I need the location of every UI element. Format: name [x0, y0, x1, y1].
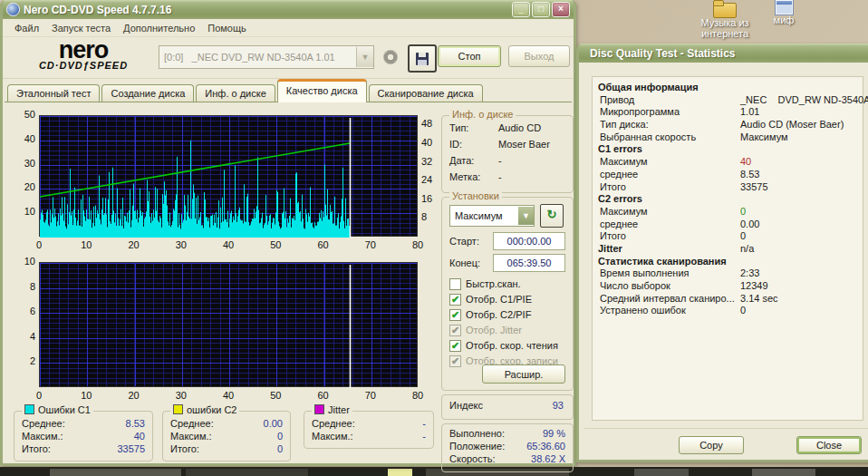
checkbox-4[interactable]: ✔Отобр. скор. чтения	[449, 338, 573, 353]
menu-bar: ФайлЗапуск тестаДополнительноПомощь	[3, 19, 574, 37]
index-value: 93	[553, 400, 564, 411]
progress-value: 99 %	[543, 428, 565, 439]
drive-select-value: [0:0] _NEC DVD_RW ND-3540A 1.01	[159, 52, 356, 63]
stats-row-6: Максимум40	[593, 156, 863, 169]
menu-item-0[interactable]: Файл	[8, 21, 45, 35]
stats-row-16: Число выборок12349	[593, 280, 863, 293]
window-title: Nero CD-DVD Speed 4.7.7.16	[24, 4, 510, 16]
speed-select-value: Максимум	[450, 210, 518, 221]
stats-row-10: Максимум0	[593, 206, 863, 219]
stats-row-8: Итого33575	[593, 181, 863, 194]
tab-bar: Эталонный тестСоздание дискаИнф. о диске…	[3, 81, 574, 102]
tab-1[interactable]: Создание диска	[101, 84, 194, 102]
index-label: Индекс	[449, 400, 483, 411]
floppy-icon	[416, 53, 429, 65]
nero-app-icon	[6, 3, 20, 16]
menu-item-2[interactable]: Дополнительно	[117, 21, 201, 35]
c2-legend-box: ошибки C2 Среднее:0.00Максим.:0Итого:0	[162, 411, 291, 461]
jitter-color-swatch	[314, 404, 324, 414]
divider	[584, 428, 868, 429]
nero-main-window: Nero CD-DVD Speed 4.7.7.16 _ □ × ФайлЗап…	[0, 0, 576, 466]
exit-button[interactable]: Выход	[508, 45, 570, 67]
checkbox-icon: ✔	[449, 355, 461, 367]
checkbox-label: Отобр. Jitter	[466, 325, 522, 335]
end-time-input[interactable]: 065:39.50	[493, 254, 565, 272]
tab-0[interactable]: Эталонный тест	[7, 84, 100, 102]
stats-row-17: Средний интервал сканиро...3.14 sec	[593, 293, 863, 306]
disc-icon	[383, 50, 398, 64]
stats-row-18: Устранено ошибок0	[593, 305, 863, 317]
speed-select[interactable]: Максимум ▼	[449, 205, 535, 227]
stats-row-3: Тип диска:Audio CD (Moser Baer)	[593, 119, 863, 131]
c1-legend-box: Ошибки C1 Среднее:8.53Максим.:40Итого:33…	[14, 411, 153, 461]
toolbar: nero CD·DVDƒSPEED [0:0] _NEC DVD_RW ND-3…	[3, 37, 574, 79]
checkbox-icon[interactable]	[449, 278, 461, 290]
checkbox-icon[interactable]: ✔	[449, 340, 461, 352]
stats-row-12: Итого0	[593, 230, 863, 243]
settings-box: Установки Максимум ▼ ↻ Старт: 000:00.00 …	[441, 197, 574, 391]
taskbar-strip	[0, 467, 868, 476]
minimize-button[interactable]: _	[512, 2, 530, 17]
disc-quality-tab-page: 5040302010 48403224168 01020304050607080…	[5, 102, 572, 461]
stats-row-7: среднее8.53	[593, 169, 863, 181]
save-button[interactable]	[408, 44, 437, 73]
menu-item-3[interactable]: Помощь	[201, 21, 253, 35]
nero-logo: nero CD·DVDƒSPEED	[15, 39, 151, 71]
status-panel: Выполнено:99 % Положение:65:36.60 Скорос…	[441, 423, 574, 472]
stats-row-9: C2 errors	[593, 193, 863, 206]
window-icon	[776, 0, 793, 15]
stop-button[interactable]: Стоп	[438, 45, 501, 67]
checkbox-3: ✔Отобр. Jitter	[449, 323, 573, 337]
c1-color-swatch	[24, 404, 34, 414]
jitter-legend-box: Jitter Среднее:-Максим.:-	[304, 411, 434, 449]
stats-row-1: Привод_NEC DVD_RW ND-3540A	[593, 94, 863, 107]
stats-report: Общая информацияПривод_NEC DVD_RW ND-354…	[592, 76, 863, 421]
c2-errors-chart	[39, 262, 418, 387]
disc-info-box: Инф. о диске Тип: Audio CD ID: Moser Bae…	[441, 115, 574, 193]
checkbox-label: Отобр. C2/PIF	[466, 309, 531, 320]
tab-2[interactable]: Инф. о диске	[196, 84, 275, 102]
advanced-button[interactable]: Расшир.	[482, 364, 565, 384]
main-titlebar: Nero CD-DVD Speed 4.7.7.16 _ □ ×	[3, 0, 574, 19]
checkbox-icon[interactable]: ✔	[449, 294, 461, 306]
stats-row-5: C1 errors	[593, 143, 863, 156]
eject-button[interactable]	[378, 44, 403, 69]
stats-row-15: Время выполнения2:33	[593, 267, 863, 280]
stats-row-14: Статистика сканирования	[593, 256, 863, 268]
desktop-icon-label: интернета	[693, 28, 757, 39]
desktop-icon-music[interactable]: Музыка из интернета	[693, 0, 757, 39]
display-options: Быстр.скан.✔Отобр. C1/PIE✔Отобр. C2/PIF✔…	[442, 276, 573, 369]
speed-value: 38.62 X	[531, 453, 565, 464]
index-panel: Индекс 93	[441, 394, 574, 420]
checkbox-1[interactable]: ✔Отобр. C1/PIE	[449, 292, 573, 306]
desktop-icon-mif[interactable]: миф	[761, 0, 806, 25]
refresh-button[interactable]: ↻	[540, 204, 564, 228]
tab-3[interactable]: Качество диска	[277, 79, 367, 102]
chevron-down-icon[interactable]: ▼	[356, 47, 373, 67]
c1-errors-chart	[39, 115, 418, 237]
folder-icon	[713, 0, 737, 17]
checkbox-0[interactable]: Быстр.скан.	[449, 277, 573, 291]
stats-row-13: Jittern/a	[593, 243, 863, 256]
stats-window: Disc Quality Test - Statistics Общая инф…	[576, 44, 868, 462]
position-value: 65:36.60	[526, 441, 565, 452]
checkbox-label: Отобр. C1/PIE	[466, 294, 532, 305]
start-time-input[interactable]: 000:00.00	[493, 232, 565, 250]
c2-color-swatch	[173, 404, 183, 414]
drive-select[interactable]: [0:0] _NEC DVD_RW ND-3540A 1.01 ▼	[159, 45, 374, 69]
close-button[interactable]: ×	[552, 2, 570, 17]
chevron-down-icon[interactable]: ▼	[518, 207, 534, 225]
desktop: Музыка из интернета миф Nero CD-DVD Spee…	[0, 0, 868, 476]
checkbox-label: Быстр.скан.	[466, 278, 521, 289]
maximize-button[interactable]: □	[532, 2, 550, 17]
checkbox-2[interactable]: ✔Отобр. C2/PIF	[449, 307, 573, 322]
tab-4[interactable]: Сканирование диска	[369, 84, 483, 102]
stats-titlebar: Disc Quality Test - Statistics	[579, 44, 868, 63]
copy-button[interactable]: Copy	[679, 436, 744, 454]
close-stats-button[interactable]: Close	[796, 436, 862, 454]
checkbox-icon[interactable]: ✔	[449, 309, 461, 321]
menu-item-1[interactable]: Запуск теста	[45, 21, 117, 35]
checkbox-label: Отобр. скор. чтения	[466, 340, 558, 351]
stats-row-11: среднее0.00	[593, 219, 863, 231]
stats-row-2: Микропрограмма1.01	[593, 106, 863, 119]
